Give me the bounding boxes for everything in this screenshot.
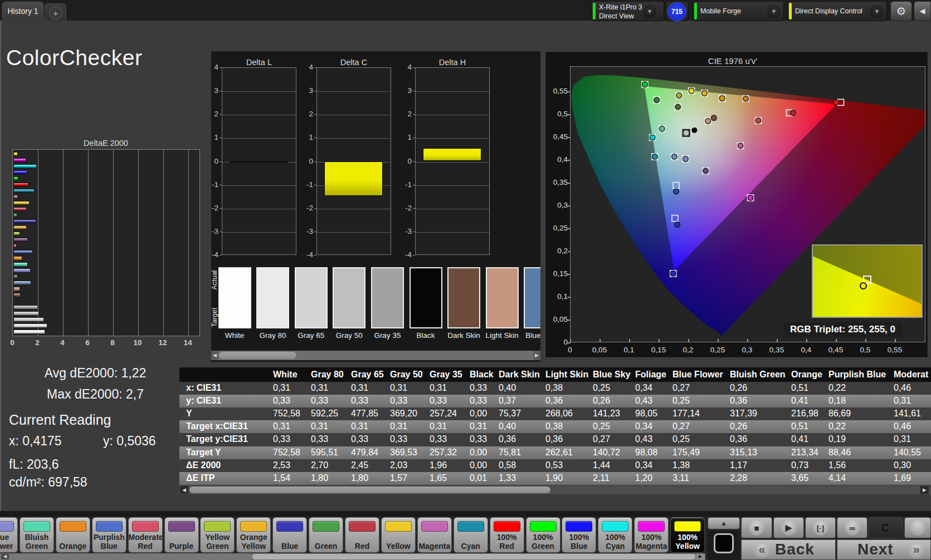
patch-card-cyan[interactable]: Cyan bbox=[454, 517, 488, 553]
cell-blue-sky: 0,26 bbox=[593, 396, 610, 406]
cell-light-skin: 0,38 bbox=[545, 421, 563, 431]
patch-card-100-red[interactable]: 100% Red bbox=[490, 517, 524, 553]
swatch-gray-80[interactable] bbox=[256, 267, 289, 328]
patch-card-100-yellow[interactable]: 100% Yellow bbox=[670, 517, 705, 553]
delta-bar bbox=[423, 148, 481, 161]
swatch-white[interactable] bbox=[218, 267, 251, 328]
delta-gridline bbox=[222, 91, 296, 92]
delta-tickmark bbox=[314, 255, 316, 256]
cie-ytick: 0,5 bbox=[534, 110, 568, 118]
scroll-left-icon[interactable]: ◀ bbox=[180, 486, 188, 494]
swatch-label: Gray 80 bbox=[251, 331, 295, 340]
swatch-gray-65[interactable] bbox=[295, 267, 328, 328]
swatch-dark-skin[interactable] bbox=[447, 267, 480, 328]
chevron-down-icon[interactable]: ▼ bbox=[870, 5, 884, 18]
swatch-scroll-thumb[interactable] bbox=[219, 352, 296, 359]
delta-tickmark bbox=[220, 208, 222, 209]
tab-history-1[interactable]: History 1 bbox=[2, 2, 43, 21]
cell-gray-65: 2,45 bbox=[351, 460, 368, 470]
patch-swatch bbox=[638, 521, 665, 532]
next-button[interactable]: Next » bbox=[837, 539, 931, 560]
stop-button[interactable]: ■ bbox=[741, 517, 772, 538]
cell-blue-flower: 0,27 bbox=[672, 383, 690, 393]
swatch-scroll-right-icon[interactable]: ▶ bbox=[533, 351, 540, 360]
patch-scroll-left-icon[interactable]: ◀ bbox=[1, 554, 9, 559]
cie-measure-red bbox=[790, 110, 796, 116]
patch-card-100-cyan[interactable]: 100% Cyan bbox=[598, 517, 632, 553]
reading-y: y: 0,5036 bbox=[103, 434, 156, 449]
cell-gray-80: 0,33 bbox=[311, 434, 328, 444]
patch-label: 100% Cyan bbox=[598, 533, 632, 551]
table-scroll-thumb[interactable] bbox=[189, 487, 550, 493]
patch-card-magenta[interactable]: Magenta bbox=[417, 517, 452, 553]
loop-button[interactable] bbox=[869, 517, 903, 538]
cell-blue-flower: 0,25 bbox=[672, 434, 690, 444]
meter-control[interactable]: Direct Display Control ▼ bbox=[787, 1, 887, 21]
patch-swatch bbox=[240, 521, 267, 532]
patch-card-blue[interactable]: Blue bbox=[272, 517, 307, 553]
patch-card-moderate-red[interactable]: Moderate Red bbox=[128, 517, 163, 553]
column-header-foliage: Foliage bbox=[635, 370, 666, 380]
patch-scrollbar[interactable]: ◀ ▶ bbox=[0, 553, 705, 560]
meter-device[interactable]: Mobile Forge ▼ bbox=[693, 1, 784, 21]
inset-measure-marker bbox=[860, 282, 867, 289]
add-tab-button[interactable]: + bbox=[45, 3, 66, 21]
cie-ytick: 0,3 bbox=[534, 201, 568, 209]
patch-card-100-green[interactable]: 100% Green bbox=[526, 517, 560, 553]
chevron-down-icon[interactable]: ▼ bbox=[643, 5, 656, 18]
extra-button[interactable] bbox=[904, 517, 931, 538]
patch-list-up-button[interactable]: ▲ bbox=[708, 517, 740, 529]
patch-card-orange[interactable]: Orange bbox=[56, 517, 90, 553]
cie-current-dot bbox=[691, 127, 697, 133]
row-label: ΔE 2000 bbox=[186, 460, 221, 470]
delta-ytick: -2 bbox=[211, 204, 218, 212]
swatch-light-skin[interactable] bbox=[486, 267, 519, 328]
patch-card-blue-flower[interactable]: Blue Flower bbox=[0, 517, 18, 553]
page-title: ColorChecker bbox=[6, 46, 142, 70]
patch-scroll-thumb[interactable] bbox=[252, 554, 695, 559]
patch-preview-window bbox=[708, 530, 740, 560]
scroll-right-icon[interactable]: ▶ bbox=[920, 486, 929, 494]
luminance-badge[interactable]: 715 bbox=[667, 2, 686, 21]
table-scrollbar[interactable]: ◀ ▶ bbox=[179, 485, 931, 494]
delta-gridline bbox=[222, 138, 296, 139]
cie-measure-purplish-blue bbox=[674, 189, 679, 194]
cie-measure-yellow-green bbox=[676, 93, 682, 99]
patch-scroll-right-icon[interactable]: ▶ bbox=[696, 554, 704, 559]
cie-measure-yellow bbox=[702, 91, 708, 96]
meter-source[interactable]: X-Rite i1Pro 3 Direct View ▼ bbox=[591, 1, 664, 21]
swatch-gray-35[interactable] bbox=[371, 267, 404, 328]
swatch-scroll-left-icon[interactable]: ◀ bbox=[211, 351, 218, 360]
patch-card-bluish-green[interactable]: Bluish Green bbox=[20, 517, 54, 553]
patch-card-orange-yellow[interactable]: Orange Yellow bbox=[236, 517, 271, 553]
cell-foliage: 1,20 bbox=[635, 473, 652, 483]
patch-card-yellow[interactable]: Yellow bbox=[381, 517, 416, 553]
patch-card-red[interactable]: Red bbox=[345, 517, 379, 553]
patch-card-purplish-blue[interactable]: Purplish Blue bbox=[92, 517, 126, 553]
cie-measure-dark-skin bbox=[711, 115, 717, 121]
patch-card-100-blue[interactable]: 100% Blue bbox=[562, 517, 596, 553]
delta-ytick: -4 bbox=[211, 250, 218, 259]
cie-measure-100-green bbox=[642, 82, 648, 87]
play-button[interactable]: ▶ bbox=[773, 517, 804, 538]
patch-card-green[interactable]: Green bbox=[309, 517, 343, 553]
chevron-down-icon[interactable]: ▼ bbox=[767, 5, 781, 18]
cie-xtickmark bbox=[570, 339, 571, 342]
measurement-table: WhiteGray 80Gray 65Gray 50Gray 35BlackDa… bbox=[179, 367, 931, 485]
frame-step-button[interactable]: [·] bbox=[805, 517, 836, 538]
patch-card-yellow-green[interactable]: Yellow Green bbox=[200, 517, 235, 553]
cie-ytickmark bbox=[568, 114, 571, 115]
cell-foliage: 0,34 bbox=[635, 421, 652, 431]
de-bar-yellow-green bbox=[13, 232, 20, 236]
patch-card-100-magenta[interactable]: 100% Magenta bbox=[634, 517, 669, 553]
top-bar: History 1 + X-Rite i1Pro 3 Direct View ▼… bbox=[0, 0, 931, 21]
settings-button[interactable]: ⚙ bbox=[890, 1, 912, 21]
collapse-panel-button[interactable]: ◀ bbox=[914, 1, 931, 21]
cell-black: 0,00 bbox=[470, 448, 487, 458]
swatch-gray-50[interactable] bbox=[333, 267, 365, 328]
delta-tickmark bbox=[220, 67, 222, 68]
back-button[interactable]: « Back bbox=[741, 539, 836, 560]
patch-card-purple[interactable]: Purple bbox=[164, 517, 199, 553]
swatch-black[interactable] bbox=[410, 267, 442, 328]
infinite-button[interactable]: ∞ bbox=[837, 517, 867, 538]
